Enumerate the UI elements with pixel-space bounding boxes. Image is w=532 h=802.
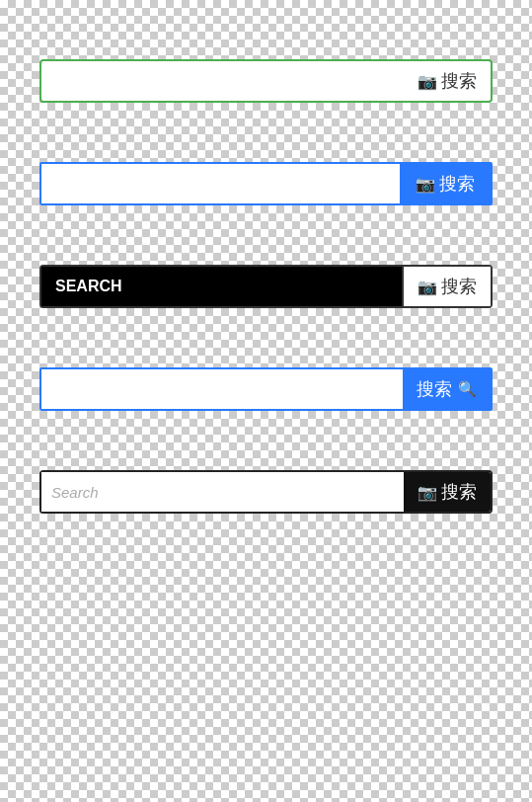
search-label-5: 搜索 (441, 480, 477, 504)
camera-icon-5: 📷 (418, 483, 437, 502)
search-input-2[interactable] (41, 164, 400, 203)
search-bar-5: 📷 搜索 (39, 470, 493, 514)
search-label-1: 搜索 (441, 69, 477, 93)
camera-icon-3: 📷 (418, 278, 437, 296)
search-bar-2: 📷 搜索 (39, 162, 493, 205)
search-bar-4: 搜索 🔍 (39, 367, 493, 411)
magnifier-icon-4: 🔍 (458, 380, 477, 398)
search-button-2[interactable]: 📷 搜索 (400, 164, 491, 203)
search-label-2: 搜索 (439, 172, 475, 196)
search-button-5[interactable]: 📷 搜索 (404, 472, 491, 512)
search-button-4[interactable]: 搜索 🔍 (403, 369, 491, 409)
camera-icon-1: 📷 (418, 72, 437, 91)
search-button-1[interactable]: 📷 搜索 (404, 61, 491, 101)
search-label-3: 搜索 (441, 275, 477, 298)
search-input-4[interactable] (41, 369, 403, 409)
search-bar-3: 📷 搜索 (39, 265, 493, 308)
search-bar-1: 📷 搜索 (39, 59, 493, 103)
search-input-1[interactable] (41, 61, 404, 101)
search-button-3[interactable]: 📷 搜索 (402, 267, 491, 306)
search-label-4: 搜索 (417, 377, 452, 401)
search-input-5[interactable] (41, 472, 404, 512)
search-input-3[interactable] (41, 267, 402, 306)
camera-icon-2: 📷 (416, 175, 435, 194)
